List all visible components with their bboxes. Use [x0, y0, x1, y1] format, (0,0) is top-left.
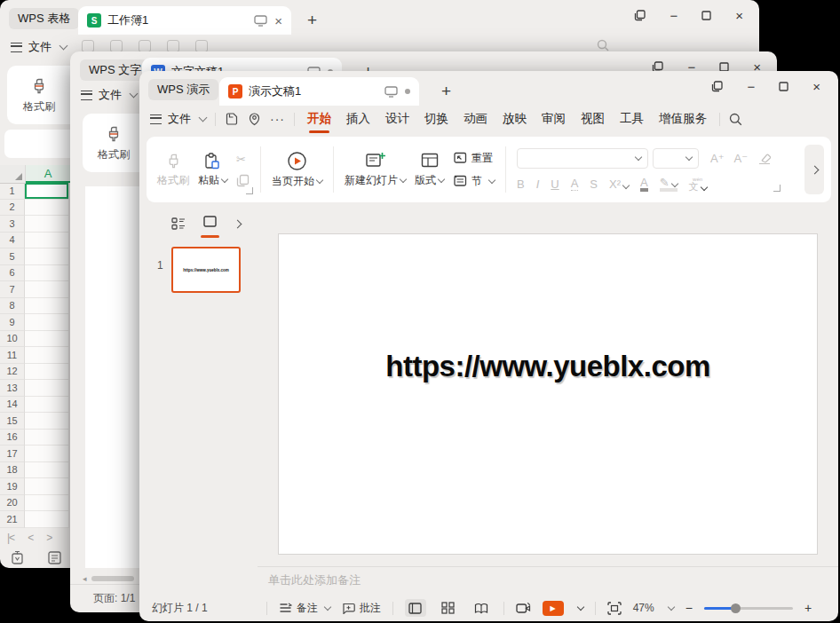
row-header-1[interactable]: 1 [0, 183, 25, 200]
new-slide-button[interactable]: 新建幻灯片 [345, 144, 406, 195]
chevron-down-icon[interactable] [667, 603, 674, 610]
scrollbar-thumb[interactable] [91, 576, 134, 581]
cut-icon[interactable]: ✂ [236, 153, 250, 166]
reset-button[interactable]: 重置 [453, 151, 495, 166]
first-sheet-button[interactable]: |< [7, 532, 14, 544]
row-header-4[interactable]: 4 [0, 233, 25, 249]
column-header-A[interactable]: A [26, 165, 70, 183]
share-icon[interactable] [248, 112, 261, 126]
menu-item-放映[interactable]: 放映 [503, 111, 527, 127]
macro-tool-icon[interactable] [11, 550, 26, 565]
cell-A17[interactable] [25, 446, 69, 462]
bold-button[interactable]: B [517, 177, 525, 191]
outline-view-icon[interactable] [171, 217, 186, 230]
menu-item-增值服务[interactable]: 增值服务 [659, 111, 707, 127]
row-header-3[interactable]: 3 [0, 216, 25, 233]
cascade-windows-icon[interactable] [711, 81, 723, 92]
zoom-level[interactable]: 47% [633, 602, 654, 614]
reading-view-button[interactable] [471, 599, 492, 617]
row-header-16[interactable]: 16 [0, 430, 25, 446]
font-size-select[interactable] [653, 148, 699, 169]
row-header-11[interactable]: 11 [0, 347, 25, 364]
font-family-select[interactable] [517, 148, 648, 169]
char-border-button[interactable]: A [571, 177, 579, 191]
decrease-font-button[interactable]: A⁻ [734, 152, 749, 165]
cell-A11[interactable] [25, 347, 69, 364]
play-from-current-button[interactable]: 当页开始 [272, 144, 322, 195]
panel-expand-icon[interactable] [234, 219, 242, 228]
cell-A8[interactable] [25, 298, 69, 315]
horizontal-scrollbar[interactable]: ◂ [83, 574, 134, 583]
maximize-icon[interactable] [701, 11, 711, 20]
play-slideshow-button[interactable]: ▶ [543, 601, 564, 616]
formula-bar[interactable] [4, 130, 71, 158]
cell-A21[interactable] [25, 511, 69, 528]
font-color-button[interactable]: A [640, 177, 648, 192]
tab-presentation1[interactable]: P 演示文稿1 [219, 77, 419, 106]
cell-A4[interactable] [25, 233, 69, 249]
format-painter-button[interactable]: 格式刷 [7, 66, 71, 124]
menu-item-视图[interactable]: 视图 [581, 111, 605, 127]
slide-title-text[interactable]: https://www.yueblx.com [279, 350, 817, 383]
format-painter-button[interactable]: 格式刷 [83, 114, 145, 172]
menu-item-开始[interactable]: 开始 [307, 111, 331, 127]
zoom-in-button[interactable]: + [804, 601, 812, 615]
cell-A12[interactable] [25, 364, 69, 381]
row-header-12[interactable]: 12 [0, 364, 25, 381]
select-all-corner[interactable] [0, 165, 26, 184]
ribbon-expand-button[interactable] [804, 145, 824, 194]
row-header-18[interactable]: 18 [0, 462, 25, 479]
menu-item-插入[interactable]: 插入 [346, 111, 370, 127]
menu-item-设计[interactable]: 设计 [385, 111, 409, 127]
section-button[interactable]: 节 [453, 174, 495, 189]
menu-item-工具[interactable]: 工具 [620, 111, 644, 127]
tab-close-icon[interactable]: × [274, 14, 282, 28]
cell-A6[interactable] [25, 265, 69, 282]
row-header-8[interactable]: 8 [0, 298, 25, 315]
monitor-icon[interactable] [254, 15, 267, 27]
scroll-left-icon[interactable]: ◂ [83, 574, 87, 583]
notes-input[interactable]: 单击此处添加备注 [258, 566, 838, 594]
cell-A15[interactable] [25, 413, 69, 430]
menu-item-审阅[interactable]: 审阅 [542, 111, 566, 127]
row-header-9[interactable]: 9 [0, 314, 25, 331]
clear-format-icon[interactable] [757, 153, 772, 164]
cell-A1[interactable] [25, 183, 69, 200]
outline-pane-icon[interactable] [47, 550, 62, 565]
maximize-icon[interactable] [779, 82, 788, 91]
minimize-icon[interactable]: − [747, 80, 755, 93]
tab-workbook1[interactable]: S 工作簿1 × [78, 6, 291, 35]
save-icon[interactable] [225, 112, 239, 126]
row-header-14[interactable]: 14 [0, 397, 25, 414]
comment-button[interactable]: 批注 [342, 601, 381, 616]
cell-A9[interactable] [25, 314, 69, 331]
cell-A5[interactable] [25, 248, 69, 265]
italic-button[interactable]: I [536, 177, 540, 191]
slide-view-toggle[interactable] [203, 215, 217, 233]
row-header-21[interactable]: 21 [0, 511, 25, 528]
prev-sheet-button[interactable]: < [28, 532, 33, 544]
record-show-icon[interactable] [516, 602, 531, 615]
notes-toggle-button[interactable]: 备注 [279, 601, 330, 616]
row-header-6[interactable]: 6 [0, 265, 25, 282]
underline-button[interactable]: U [551, 177, 559, 191]
menu-item-切换[interactable]: 切换 [424, 111, 448, 127]
cell-A10[interactable] [25, 331, 69, 348]
more-tools-icon[interactable]: ··· [270, 112, 285, 126]
row-header-13[interactable]: 13 [0, 380, 25, 397]
cell-A3[interactable] [25, 216, 69, 233]
cell-A19[interactable] [25, 478, 69, 495]
cascade-windows-icon[interactable] [634, 10, 646, 21]
superscript-button[interactable]: X² [609, 177, 629, 191]
copy-icon[interactable] [236, 174, 250, 187]
close-icon[interactable]: × [812, 80, 820, 93]
normal-view-button[interactable] [405, 599, 426, 617]
row-header-5[interactable]: 5 [0, 248, 25, 265]
paste-button[interactable]: 粘贴 [198, 144, 227, 195]
monitor-icon[interactable] [384, 86, 398, 98]
row-header-20[interactable]: 20 [0, 495, 25, 512]
slide-thumbnail[interactable]: https://www.yueblx.com [171, 247, 241, 293]
cell-A16[interactable] [25, 430, 69, 446]
highlight-color-button[interactable]: ✎ [660, 177, 678, 192]
phonetic-guide-button[interactable]: wén文 [689, 177, 707, 192]
